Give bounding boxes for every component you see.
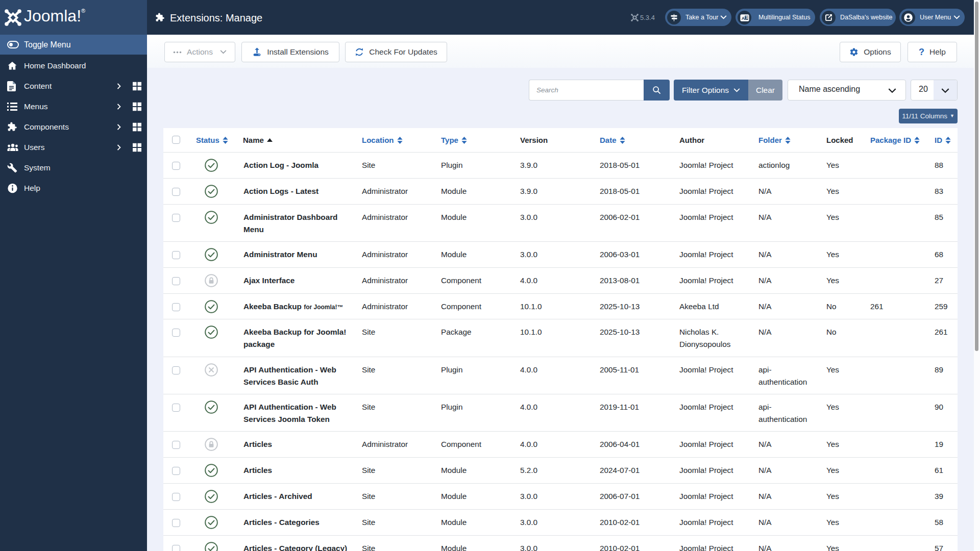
svg-text:文: 文 (745, 15, 749, 19)
svg-text:A: A (742, 15, 745, 20)
